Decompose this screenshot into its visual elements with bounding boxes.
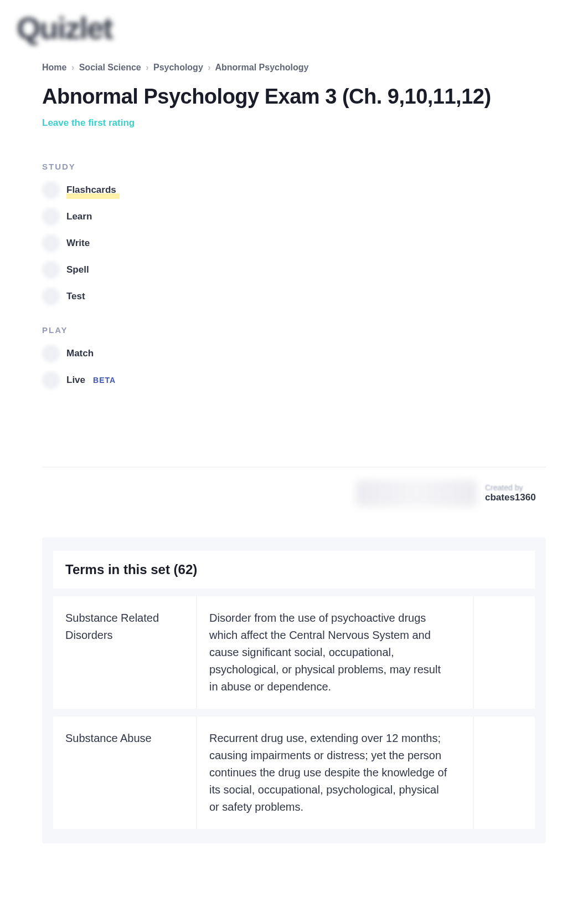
mode-label: Test	[66, 291, 85, 302]
test-icon	[42, 288, 60, 305]
breadcrumb-home[interactable]: Home	[42, 63, 66, 72]
mode-write[interactable]: Write	[42, 234, 546, 252]
mode-match[interactable]: Match	[42, 345, 546, 362]
flashcards-icon	[42, 181, 60, 199]
breadcrumb: Home › Social Science › Psychology › Abn…	[42, 63, 546, 73]
breadcrumb-abnormal-psychology[interactable]: Abnormal Psychology	[215, 63, 308, 72]
beta-badge: BETA	[93, 376, 116, 385]
play-mode-list: Match Live BETA	[42, 345, 546, 389]
term-name: Substance Abuse	[53, 716, 197, 829]
set-meta-row: Created by cbates1360	[42, 467, 546, 506]
spell-icon	[42, 261, 60, 279]
brand-logo[interactable]: Quizlet	[17, 0, 571, 63]
created-by-label: Created by	[485, 483, 546, 492]
chevron-right-icon: ›	[71, 63, 74, 72]
breadcrumb-social-science[interactable]: Social Science	[79, 63, 141, 72]
page-title: Abnormal Psychology Exam 3 (Ch. 9,10,11,…	[42, 85, 546, 109]
study-section-label: STUDY	[42, 162, 546, 171]
write-icon	[42, 234, 60, 252]
mode-test[interactable]: Test	[42, 288, 546, 305]
chevron-right-icon: ›	[146, 63, 148, 72]
term-actions[interactable]	[474, 716, 535, 829]
term-actions[interactable]	[474, 596, 535, 709]
mode-label: Write	[66, 238, 90, 249]
action-icons-group[interactable]	[355, 480, 477, 506]
play-section-label: PLAY	[42, 325, 546, 335]
breadcrumb-psychology[interactable]: Psychology	[153, 63, 203, 72]
term-definition: Disorder from the use of psychoactive dr…	[197, 596, 474, 709]
creator-username[interactable]: cbates1360	[485, 492, 546, 503]
mode-label: Live	[66, 375, 85, 386]
term-card: Substance Abuse Recurrent drug use, exte…	[53, 716, 535, 829]
match-icon	[42, 345, 60, 362]
term-card: Substance Related Disorders Disorder fro…	[53, 596, 535, 709]
mode-spell[interactable]: Spell	[42, 261, 546, 279]
leave-rating-link[interactable]: Leave the first rating	[42, 117, 135, 129]
mode-label: Match	[66, 348, 94, 359]
live-icon	[42, 371, 60, 389]
mode-flashcards[interactable]: Flashcards	[42, 181, 546, 199]
mode-label: Spell	[66, 264, 89, 275]
learn-icon	[42, 208, 60, 226]
mode-label: Flashcards	[66, 185, 116, 196]
mode-label: Learn	[66, 211, 92, 222]
mode-learn[interactable]: Learn	[42, 208, 546, 226]
study-mode-list: Flashcards Learn Write Spell Test	[42, 181, 546, 305]
chevron-right-icon: ›	[208, 63, 210, 72]
term-definition: Recurrent drug use, extending over 12 mo…	[197, 716, 474, 829]
terms-header: Terms in this set (62)	[53, 551, 535, 588]
term-name: Substance Related Disorders	[53, 596, 197, 709]
terms-section: Terms in this set (62) Substance Related…	[42, 538, 546, 843]
mode-live[interactable]: Live BETA	[42, 371, 546, 389]
